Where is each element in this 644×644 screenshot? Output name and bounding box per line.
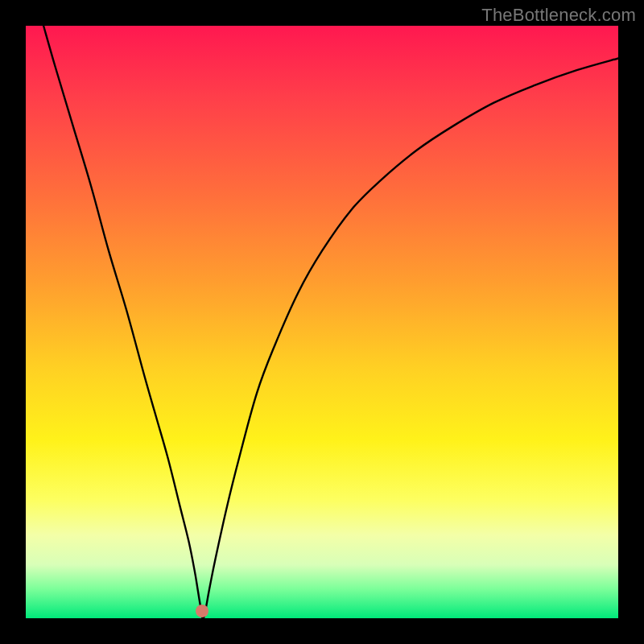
bottleneck-curve — [26, 26, 618, 618]
optimum-marker — [196, 605, 208, 617]
watermark-text: TheBottleneck.com — [481, 5, 636, 26]
chart-frame: TheBottleneck.com — [0, 0, 644, 644]
plot-area — [26, 26, 618, 618]
